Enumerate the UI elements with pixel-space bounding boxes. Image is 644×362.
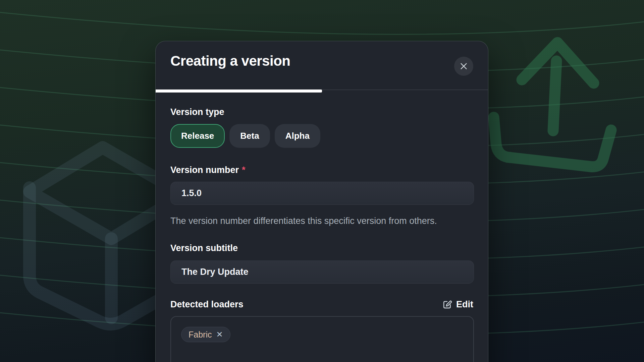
beta-button[interactable]: Beta <box>229 124 270 148</box>
version-subtitle-label: Version subtitle <box>170 243 473 253</box>
version-number-help-text: The version number differentiates this s… <box>170 214 452 228</box>
detected-loaders-row: Detected loaders Edit <box>170 299 473 310</box>
version-number-input[interactable] <box>170 182 474 205</box>
version-type-label: Version type <box>170 107 473 117</box>
close-button[interactable] <box>454 57 473 76</box>
detected-loaders-box: Fabric ✕ <box>170 316 474 362</box>
progress-bar <box>156 89 488 93</box>
loader-chip-label: Fabric <box>189 330 212 340</box>
edit-pencil-icon <box>442 299 452 310</box>
release-button[interactable]: Release <box>170 124 225 148</box>
progress-bar-fill <box>156 89 322 93</box>
version-number-label: Version number* <box>170 165 473 175</box>
alpha-button[interactable]: Alpha <box>275 124 320 148</box>
loader-chip-fabric: Fabric ✕ <box>181 327 230 342</box>
chip-remove-button[interactable]: ✕ <box>216 330 223 339</box>
required-asterisk: * <box>242 165 246 175</box>
version-type-options: Release Beta Alpha <box>170 124 473 148</box>
page-title: Creating a version <box>170 52 290 70</box>
detected-loaders-label: Detected loaders <box>170 299 244 310</box>
version-subtitle-input[interactable] <box>170 260 474 284</box>
edit-loaders-button[interactable]: Edit <box>442 299 473 310</box>
create-version-dialog: Creating a version Version type Release … <box>155 41 488 362</box>
upload-arrow-icon <box>494 43 611 167</box>
dialog-body: Version type Release Beta Alpha Version … <box>156 107 488 362</box>
dialog-header: Creating a version <box>156 41 488 89</box>
close-icon <box>459 62 468 71</box>
edit-label: Edit <box>456 299 473 310</box>
